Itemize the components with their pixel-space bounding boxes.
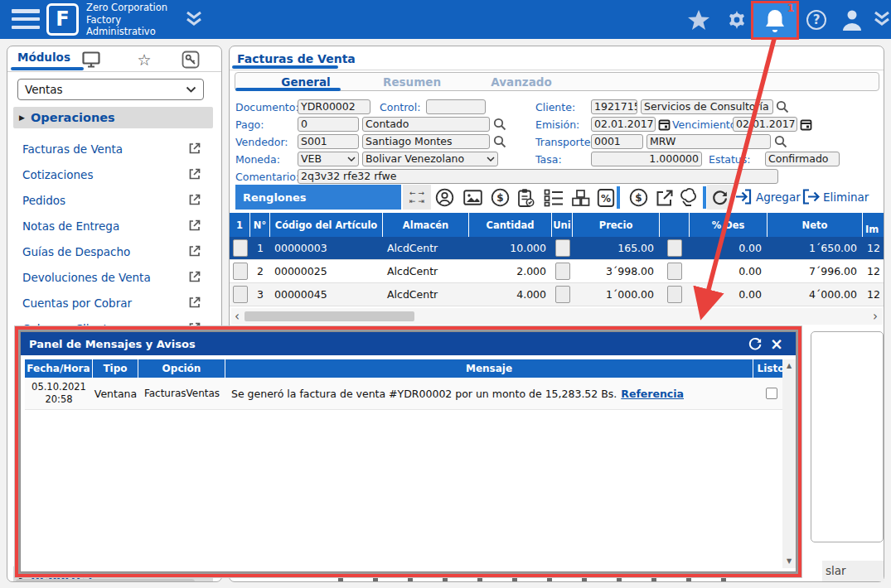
row-selector-button[interactable]	[233, 239, 248, 257]
vendedor-code-field[interactable]: S001	[298, 134, 359, 149]
scroll-up-icon[interactable]: ▲	[782, 359, 796, 373]
totals-groupbox-partial	[811, 331, 884, 542]
panel-vscrollbar[interactable]: ▲ ▼	[782, 359, 796, 568]
price-icon[interactable]: $	[488, 186, 511, 209]
uni-button[interactable]	[555, 239, 570, 257]
sidebar-item-notas-de-entrega[interactable]: Notas de Entrega	[7, 213, 222, 239]
scroll-right-icon[interactable]: ›	[869, 309, 881, 324]
tab-general[interactable]: General	[260, 75, 351, 89]
moneda-code-select[interactable]: VEB	[298, 152, 359, 166]
app-title: Zero Corporation Factory Administrativo	[86, 2, 167, 38]
cliente-name-field[interactable]: Servicios de Consultoría	[641, 99, 773, 114]
referencia-link[interactable]: Referencia	[621, 388, 684, 400]
search-icon[interactable]	[492, 134, 507, 149]
tab-modulos[interactable]: Módulos	[17, 51, 70, 64]
control-field[interactable]	[426, 99, 486, 114]
scroll-down-icon[interactable]: ▼	[782, 555, 796, 568]
detail-button[interactable]	[667, 286, 682, 303]
module-select[interactable]: Ventas	[17, 79, 204, 100]
tasa-field[interactable]: 1.000000	[591, 152, 702, 166]
favorites-star-icon[interactable]	[685, 7, 713, 33]
open-external-icon[interactable]	[653, 186, 676, 209]
refresh-icon[interactable]	[707, 185, 733, 210]
external-link-icon[interactable]	[188, 167, 201, 181]
packages-icon[interactable]	[569, 186, 593, 209]
hscrollbar-thumb[interactable]	[245, 311, 414, 321]
message-row[interactable]: 05.10.2021 20:58 Ventana FacturasVentas …	[25, 378, 789, 410]
pago-code-field[interactable]: 0	[298, 117, 359, 132]
section-operaciones[interactable]: ▶ Operaciones	[13, 107, 213, 128]
checklist-icon[interactable]	[542, 186, 565, 209]
external-link-icon[interactable]	[188, 193, 201, 206]
sidebar-hscrollbar-thumb[interactable]	[16, 579, 195, 582]
chevron-down-icon	[186, 86, 196, 93]
uni-button[interactable]	[555, 263, 570, 280]
moneda-name-select[interactable]: Bolivar Venezolano	[362, 152, 498, 166]
agregar-button[interactable]: Agregar	[734, 188, 801, 205]
clipboard-check-icon[interactable]	[515, 186, 538, 209]
row-selector-button[interactable]	[233, 263, 248, 280]
detail-button[interactable]	[667, 263, 682, 280]
help-icon[interactable]: ?	[802, 7, 830, 33]
cliente-code-field[interactable]: 19217154	[591, 99, 637, 114]
table-hscrollbar[interactable]: ‹ ›	[231, 308, 883, 325]
calendar-icon[interactable]	[656, 117, 671, 132]
scroll-left-icon[interactable]: ‹	[231, 309, 243, 324]
search-icon[interactable]	[775, 99, 790, 114]
sidebar-item-pedidos[interactable]: Pedidos	[7, 187, 222, 213]
svg-text:$: $	[496, 192, 503, 204]
user-profile-icon[interactable]	[838, 7, 866, 33]
external-link-icon[interactable]	[188, 244, 201, 258]
transporte-name-field[interactable]: MRW	[646, 134, 771, 149]
table-row-selected[interactable]: 1 00000003 AlcdCentr 10.000 165.00 0.00 …	[230, 237, 884, 260]
table-row[interactable]: 3 00000045 AlcdCentr 4.000 1´000.00 0.00…	[230, 283, 884, 306]
chevron-double-down-right-icon[interactable]	[872, 11, 891, 27]
sidebar-item-guias-de-despacho[interactable]: Guías de Despacho	[7, 239, 222, 264]
message-type: Ventana	[93, 378, 138, 409]
external-link-icon[interactable]	[188, 219, 201, 232]
external-link-icon[interactable]	[188, 142, 201, 155]
row-selector-button[interactable]	[233, 286, 248, 303]
notifications-bell-button[interactable]: 1	[751, 1, 799, 40]
calendar-icon[interactable]	[798, 117, 813, 132]
sidebar-item-devoluciones-de-venta[interactable]: Devoluciones de Venta	[7, 264, 222, 290]
search-icon[interactable]	[773, 134, 788, 149]
stamp-icon[interactable]	[678, 186, 701, 209]
listo-checkbox[interactable]	[766, 388, 777, 399]
panel-close-icon[interactable]: ×	[766, 334, 787, 354]
tab-resumen[interactable]: Resumen	[366, 75, 458, 89]
uni-button[interactable]	[555, 286, 570, 303]
documento-field[interactable]: YDR00002	[298, 99, 370, 114]
expand-columns-icon[interactable]: ← → ⇤ ⇥	[403, 185, 431, 210]
settings-gear-icon[interactable]	[723, 7, 751, 33]
comentario-field[interactable]: 2q3v32 rfe32 rfwe	[298, 169, 778, 184]
chevron-double-down-icon[interactable]	[184, 11, 204, 27]
star-outline-icon[interactable]: ☆	[132, 50, 157, 70]
sidebar-item-facturas-de-venta[interactable]: Facturas de Venta	[7, 136, 222, 161]
sidebar-item-cotizaciones[interactable]: Cotizaciones	[7, 161, 222, 187]
estatus-field[interactable]: Confirmado	[765, 152, 840, 166]
panel-refresh-icon[interactable]	[744, 334, 766, 354]
image-icon[interactable]	[461, 186, 484, 209]
transporte-code-field[interactable]: 0001	[591, 134, 643, 149]
search-icon[interactable]	[492, 117, 507, 132]
vendedor-name-field[interactable]: Santiago Montes	[362, 134, 490, 149]
sidebar-item-cuentas-por-cobrar[interactable]: Cuentas por Cobrar	[7, 290, 222, 316]
pago-name-field[interactable]: Contado	[362, 117, 490, 132]
table-row[interactable]: 2 00000025 AlcdCentr 2.000 3´998.00 0.00…	[230, 260, 884, 283]
external-link-icon[interactable]	[188, 270, 201, 283]
tab-avanzado[interactable]: Avanzado	[476, 75, 567, 89]
external-link-icon[interactable]	[188, 296, 201, 309]
eliminar-button[interactable]: Eliminar	[801, 188, 869, 205]
key-icon[interactable]	[178, 50, 203, 70]
percent-icon[interactable]: %	[594, 186, 617, 209]
hamburger-menu-icon[interactable]	[12, 9, 40, 29]
partial-button[interactable]: slar	[822, 561, 884, 581]
customer-icon[interactable]	[433, 186, 456, 209]
vencimiento-field[interactable]: 02.01.2017	[733, 117, 797, 132]
message-datetime: 05.10.2021 20:58	[25, 378, 93, 409]
emision-field[interactable]: 02.01.2017	[591, 117, 656, 132]
currency-icon[interactable]: $	[627, 186, 650, 209]
detail-button[interactable]	[667, 239, 682, 257]
monitor-icon[interactable]	[79, 50, 104, 70]
